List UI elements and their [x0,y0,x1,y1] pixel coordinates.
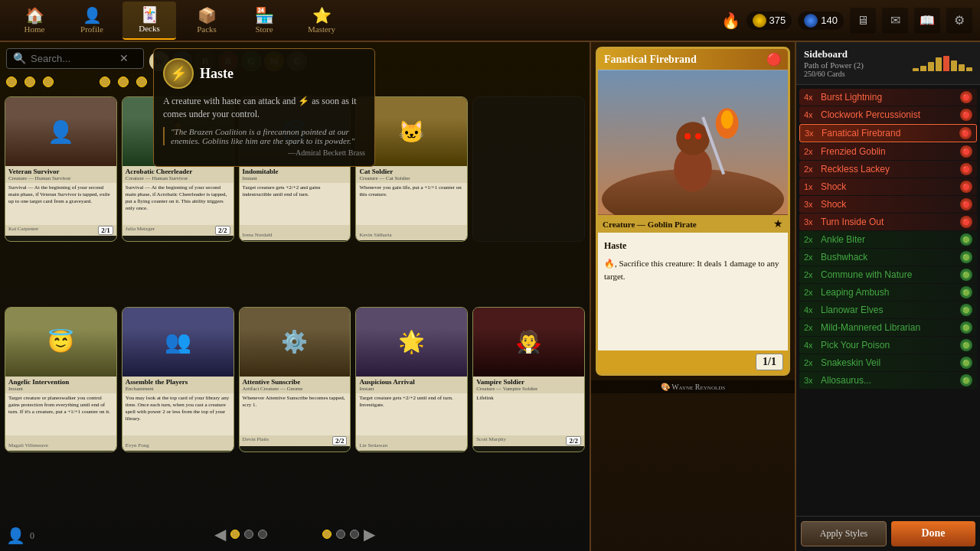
card-artist-acrobatic: Julia Metzger [126,226,155,235]
page-dot-3[interactable] [258,530,267,539]
nav-packs[interactable]: 📦 Packs [180,2,234,40]
sb-qty-bushwhack: 2x [804,253,821,262]
apply-styles-button[interactable]: Apply Styles [801,521,887,546]
sb-qty-fanatical: 3x [805,129,822,138]
sb-item-pick-your-poison[interactable]: 4x Pick Your Poison 🟢 [799,337,977,354]
artist-icon: 🎨 [661,383,670,391]
sb-qty-clockwork: 4x [804,110,821,119]
sb-item-fanatical-firebrand[interactable]: 3x Fanatical Firebrand 🔴 [799,124,977,142]
card-veteran-survivor[interactable]: 👤 Veteran Survivor Creature — Human Surv… [5,96,117,242]
card-art-veteran-survivor: 👤 [5,97,116,166]
card-type-vampire: Creature — Vampire Soldier [476,386,581,392]
sb-qty-llanowar: 4x [804,305,821,315]
detail-card-type: Creature — Goblin Pirate [603,220,697,229]
card-auspicious-arrival[interactable]: 🌟 Auspicious Arrival Instant Target crea… [355,307,468,452]
sb-item-llanowar-elves[interactable]: 4x Llanowar Elves 🟢 [799,302,977,318]
sb-item-burst-lightning[interactable]: 4x Burst Lightning 🔴 [799,89,977,106]
card-art-sunscribe: ⚙️ [240,308,351,377]
done-label: Done [921,527,945,539]
nav-home-label: Home [24,24,45,34]
sideboard-deck-count: 250/60 Cards [804,70,864,78]
sort-pip-5 [118,77,129,87]
detail-card-text-area: Haste 🔥, Sacrifice this creature: It dea… [598,233,788,350]
card-art-auspicious: 🌟 [356,308,467,377]
page-dot-6[interactable] [350,530,359,539]
sb-name-allosaurus: Allosaurus... [821,375,960,386]
sb-qty-librarian: 2x [804,323,821,332]
prev-page-button[interactable]: ◀ [214,525,226,543]
sb-item-frenzied-goblin[interactable]: 2x Frenzied Goblin 🔴 [799,143,977,160]
card-vampire-soldier[interactable]: 🧛 Vampire Soldier Creature — Vampire Sol… [472,307,585,452]
page-dot-5[interactable] [336,530,345,539]
search-bar: 🔍 ✕ [6,48,144,69]
card-type-angelic: Instant [8,386,113,392]
sb-name-snakeskin: Snakeskin Veil [821,357,960,368]
profile-icon: 👤 [83,8,102,23]
card-artist-vampire: Scott Murphy [476,436,506,445]
left-panel: 🔍 ✕ W U B R G M C ⚡ Hast [0,42,590,551]
page-dot-2[interactable] [244,530,253,539]
page-dot-4[interactable] [322,530,332,539]
haste-quote-source: —Admiral Beckett Brass [163,148,365,157]
sb-item-snakeskin-veil[interactable]: 2x Snakeskin Veil 🟢 [799,354,977,371]
monitor-button[interactable]: 🖥 [850,8,876,34]
nav-mastery-label: Mastery [308,24,335,34]
nav-store[interactable]: 🏪 Store [237,2,291,40]
sb-item-clockwork-percussionist[interactable]: 4x Clockwork Percussionist 🔴 [799,106,977,123]
mail-button[interactable]: ✉ [882,8,908,34]
card-assemble-players[interactable]: 👥 Assemble the Players Enchantment You m… [122,307,234,452]
card-type-indomitable: Instant [243,175,348,181]
nav-home[interactable]: 🏠 Home [8,2,61,40]
sb-item-turn-inside-out[interactable]: 3x Turn Inside Out 🔴 [799,214,977,230]
sb-icon-bushwhack: 🟢 [960,251,972,263]
sort-pip-3 [43,77,54,87]
sb-icon-snakeskin: 🟢 [960,357,972,369]
nav-profile[interactable]: 👤 Profile [65,2,119,40]
detail-card-type-bar: Creature — Goblin Pirate ★ [598,215,788,233]
sb-name-fanatical: Fanatical Firebrand [822,128,959,139]
sort-pip-2 [24,77,35,87]
done-button[interactable]: Done [891,521,975,546]
sideboard-header: Sideboard Path of Power (2) 250/60 Cards [796,42,980,85]
card-angelic-intervention[interactable]: 😇 Angelic Intervention Instant Target cr… [5,307,117,452]
sb-item-shock-1[interactable]: 1x Shock 🔴 [799,178,977,195]
sb-item-mild-mannered-librarian[interactable]: 2x Mild-Mannered Librarian 🟢 [799,319,977,336]
user-level: 0 [30,530,34,542]
sb-qty-commune: 2x [804,270,821,279]
sort-pip-4 [100,77,110,87]
sb-item-bushwhack[interactable]: 2x Bushwhack 🟢 [799,249,977,266]
sb-name-shock-2: Shock [821,199,960,210]
sb-item-shock-2[interactable]: 3x Shock 🔴 [799,196,977,213]
detail-card-ability-haste: Haste [604,239,782,253]
user-icon: 👤 [6,527,25,545]
page-dot-1[interactable] [230,530,240,539]
book-button[interactable]: 📖 [914,8,940,34]
search-input[interactable] [31,53,115,64]
chart-bar-8 [966,67,972,71]
sb-item-reckless-lackey[interactable]: 2x Reckless Lackey 🔴 [799,161,977,178]
nav-mastery[interactable]: ⭐ Mastery [295,2,348,40]
gold-icon [753,14,766,28]
detail-card-art-svg [598,70,788,215]
nav-decks[interactable]: 🃏 Decks [122,2,176,40]
search-clear-button[interactable]: ✕ [119,52,129,65]
sb-item-leaping-ambush[interactable]: 2x Leaping Ambush 🟢 [799,284,977,301]
chart-bar-1 [913,68,919,71]
card-artist-veteran-survivor: Kai Carpenter [8,226,38,235]
sb-name-reckless: Reckless Lackey [821,164,960,174]
sb-item-commune-with-nature[interactable]: 2x Commune with Nature 🟢 [799,266,977,283]
settings-button[interactable]: ⚙ [946,8,972,34]
card-text-assemble: You may look at the top card of your lib… [122,393,234,435]
gold-currency: 375 [746,11,792,30]
card-name-vampire: Vampire Soldier [476,378,581,386]
sb-icon-clockwork: 🔴 [960,109,972,121]
card-attentive-sunscribe[interactable]: ⚙️ Attentive Sunscribe Artifact Creature… [239,307,351,452]
card-artist-auspicious: Lie Setiawan [359,442,387,448]
next-page-button[interactable]: ▶ [364,525,375,543]
sideboard-title: Sideboard [804,48,864,60]
card-name-auspicious: Auspicious Arrival [359,378,464,386]
sb-name-leaping: Leaping Ambush [821,287,960,298]
sb-item-ankle-biter[interactable]: 2x Ankle Biter 🟢 [799,231,977,248]
haste-header: ⚡ Haste [163,58,365,89]
sb-item-allosaurus[interactable]: 3x Allosaurus... 🟢 [799,372,977,389]
